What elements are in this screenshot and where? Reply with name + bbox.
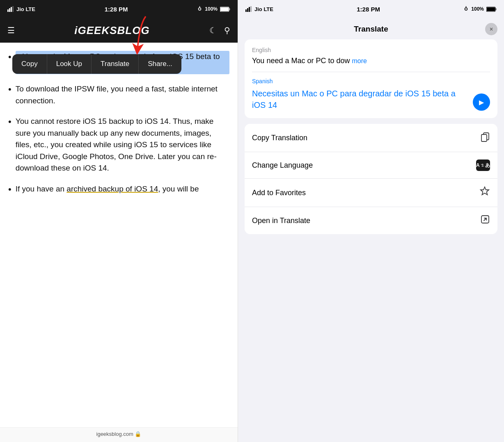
hamburger-icon[interactable]: ☰	[7, 25, 15, 35]
external-link-icon	[480, 214, 490, 227]
bullet-dot-3: •	[8, 117, 11, 126]
site-url: igeeksblog.com 🔒	[96, 431, 142, 437]
translate-icon: A あ	[476, 159, 490, 171]
right-signal-icon	[245, 6, 253, 12]
translate-panel: Translate × English You need a Mac or PC…	[238, 18, 504, 442]
arrow-annotation	[123, 12, 156, 63]
search-icon[interactable]: ⚲	[224, 25, 230, 35]
target-lang-label: Spanish	[252, 78, 490, 84]
source-text: You need a Mac or PC to dow more	[252, 56, 490, 66]
svg-point-4	[199, 8, 201, 10]
left-phone: Jio LTE 1:28 PM 100% ☰ iGEEKSBLOG ☾ ⚲	[0, 0, 238, 442]
left-battery-pct: 100%	[205, 6, 218, 12]
bullet-text-3: You cannot restore iOS 15 backup to iOS …	[16, 116, 229, 174]
left-content-area: • You need a Mac or PC to downgrade from…	[0, 43, 238, 427]
star-icon	[479, 186, 490, 199]
svg-point-13	[465, 8, 467, 10]
more-link[interactable]: more	[352, 57, 367, 64]
signal-icon	[7, 6, 15, 12]
archived-link[interactable]: archived backup of iOS 14	[66, 185, 158, 193]
target-text-container: Necesitas un Mac o PC para degradar de i…	[252, 88, 490, 111]
location-icon	[197, 6, 202, 12]
bullet-text-2: To download the IPSW file, you need a fa…	[16, 83, 229, 107]
left-carrier-text: Jio LTE	[16, 6, 35, 12]
add-to-favorites-label: Add to Favorites	[252, 189, 306, 197]
external-svg	[480, 214, 490, 224]
right-status-bar: Jio LTE 1:28 PM 100%	[238, 0, 504, 18]
add-to-favorites-button[interactable]: Add to Favorites	[245, 179, 497, 207]
svg-rect-2	[11, 7, 12, 12]
red-arrow	[123, 12, 156, 62]
nav-icons: ☾ ⚲	[209, 25, 230, 35]
star-svg	[479, 186, 490, 197]
copy-button[interactable]: Copy	[12, 54, 47, 74]
copy-icon	[480, 131, 490, 142]
svg-rect-0	[7, 9, 9, 12]
play-button[interactable]: ▶	[473, 93, 490, 111]
svg-rect-16	[487, 7, 495, 11]
right-carrier-group: Jio LTE	[245, 6, 273, 12]
translation-card: English You need a Mac or PC to dow more…	[245, 39, 497, 118]
svg-rect-9	[245, 9, 247, 12]
right-location-icon	[463, 6, 469, 12]
moon-icon[interactable]: ☾	[209, 25, 217, 35]
right-phone: Jio LTE 1:28 PM 100% Translate × English…	[238, 0, 504, 442]
left-carrier: Jio LTE	[7, 6, 35, 12]
list-item-3: • You cannot restore iOS 15 backup to iO…	[8, 116, 229, 174]
svg-rect-7	[220, 7, 229, 11]
svg-marker-20	[481, 187, 489, 195]
svg-rect-10	[247, 8, 248, 12]
bullet-dot-1: •	[8, 52, 11, 62]
translate-title: Translate	[354, 25, 388, 34]
source-lang-label: English	[252, 47, 490, 53]
svg-rect-19	[481, 134, 487, 141]
list-item-2: • To download the IPSW file, you need a …	[8, 83, 229, 107]
change-language-label: Change Language	[252, 161, 313, 170]
bullet-dot-4: •	[8, 185, 11, 194]
bullet-text-4: If you have an archived backup of iOS 14…	[16, 183, 199, 195]
action-list: Copy Translation Change Language A	[245, 124, 497, 234]
open-in-translate-button[interactable]: Open in Translate	[245, 207, 497, 234]
bullet-dot-2: •	[8, 85, 11, 94]
svg-rect-8	[229, 8, 230, 10]
copy-translation-button[interactable]: Copy Translation	[245, 124, 497, 152]
translation-divider	[252, 72, 490, 72]
close-button[interactable]: ×	[485, 23, 497, 35]
right-carrier-text: Jio LTE	[254, 6, 273, 12]
copy-translation-label: Copy Translation	[252, 134, 307, 142]
svg-rect-12	[250, 6, 252, 12]
right-time: 1:28 PM	[357, 6, 380, 13]
target-text: Necesitas un Mac o PC para degradar de i…	[252, 88, 469, 111]
swap-icon	[481, 162, 484, 168]
right-battery-pct: 100%	[471, 6, 484, 12]
list-item-4: • If you have an archived backup of iOS …	[8, 183, 229, 195]
svg-rect-11	[249, 7, 250, 12]
copy-translation-icon	[480, 131, 490, 144]
left-status-bar: Jio LTE 1:28 PM 100%	[0, 0, 238, 18]
left-nav-bar: ☰ iGEEKSBLOG ☾ ⚲	[0, 18, 238, 43]
open-in-translate-label: Open in Translate	[252, 216, 310, 225]
translate-header: Translate ×	[245, 18, 497, 39]
lookup-button[interactable]: Look Up	[47, 54, 92, 74]
svg-rect-3	[12, 6, 14, 12]
change-language-button[interactable]: Change Language A あ	[245, 152, 497, 179]
right-right-status: 100%	[463, 6, 497, 12]
svg-rect-1	[9, 8, 10, 12]
battery-icon	[220, 7, 230, 12]
svg-rect-17	[495, 8, 497, 10]
bottom-bar: igeeksblog.com 🔒	[0, 427, 238, 442]
right-battery-icon	[486, 7, 497, 12]
left-time: 1:28 PM	[105, 6, 128, 13]
change-language-icon: A あ	[476, 159, 490, 171]
left-right-status: 100%	[197, 6, 230, 12]
context-menu: Copy Look Up Translate Share...	[12, 54, 181, 74]
